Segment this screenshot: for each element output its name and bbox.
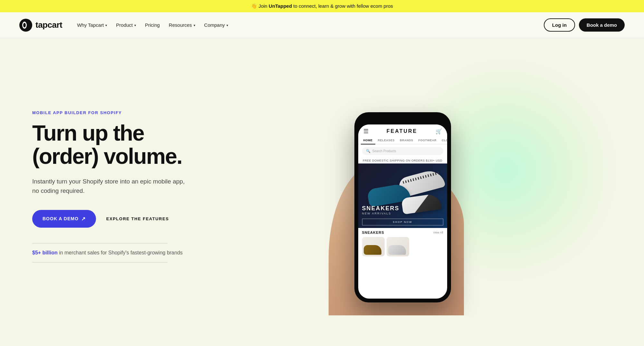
app-nav-footwear[interactable]: FOOTWEAR bbox=[416, 137, 439, 144]
chevron-down-icon: ▾ bbox=[134, 24, 136, 27]
navbar: tapcart Why Tapcart ▾ Product ▾ Pricing bbox=[0, 12, 644, 38]
nav-item-company[interactable]: Company ▾ bbox=[201, 20, 231, 30]
chevron-down-icon: ▾ bbox=[226, 24, 228, 27]
chevron-down-icon: ▾ bbox=[194, 24, 195, 27]
book-demo-hero-button[interactable]: BOOK A DEMO ↗ bbox=[32, 210, 96, 228]
announcement-text-before: Join bbox=[258, 3, 269, 9]
hero-divider-top bbox=[32, 243, 168, 243]
nav-item-product[interactable]: Product ▾ bbox=[113, 20, 139, 30]
announcement-brand: UnTapped bbox=[269, 3, 292, 9]
hero-cta-group: BOOK A DEMO ↗ EXPLORE THE FEATURES bbox=[32, 210, 187, 228]
app-hero-image: SNEAKERS NEW ARRIVALS SHOP NOW bbox=[358, 163, 447, 228]
phone-mockup: ☰ FEATURE 🛒 HOME RELEASES BRANDS FOOTWEA… bbox=[354, 112, 451, 302]
nav-item-why-tapcart[interactable]: Why Tapcart ▾ bbox=[74, 20, 110, 30]
app-brand-name: FEATURE bbox=[387, 128, 417, 134]
hero-stat-bold: $5+ billion bbox=[32, 250, 58, 255]
hero-image-label: SNEAKERS NEW ARRIVALS bbox=[362, 205, 399, 215]
hero-divider-bottom bbox=[32, 262, 168, 262]
app-nav: HOME RELEASES BRANDS FOOTWEAR CLOT bbox=[358, 137, 447, 144]
hero-stat: $5+ billion in merchant sales for Shopif… bbox=[32, 250, 187, 256]
app-product-card-1[interactable] bbox=[362, 237, 385, 256]
login-button[interactable]: Log in bbox=[544, 18, 575, 32]
cart-icon: 🛒 bbox=[436, 128, 442, 134]
navbar-right: Log in Book a demo bbox=[544, 18, 625, 32]
book-demo-nav-button[interactable]: Book a demo bbox=[579, 18, 625, 32]
app-product-card-2[interactable] bbox=[387, 237, 409, 256]
app-header: ☰ FEATURE 🛒 bbox=[358, 124, 447, 137]
app-section-header: SNEAKERS View All bbox=[358, 228, 447, 236]
hero-left: MOBILE APP BUILDER FOR SHOPIFY Turn up t… bbox=[32, 110, 187, 262]
announcement-text-after: to connect, learn & grow with fellow eco… bbox=[292, 3, 393, 9]
logo-link[interactable]: tapcart bbox=[19, 19, 62, 32]
app-section-link[interactable]: View All bbox=[433, 231, 443, 234]
explore-features-button[interactable]: EXPLORE THE FEATURES bbox=[106, 216, 169, 221]
app-search-bar[interactable]: 🔍 Search Products bbox=[362, 147, 443, 155]
hero-subheadline: Instantly turn your Shopify store into a… bbox=[32, 177, 187, 196]
app-section-title: SNEAKERS bbox=[362, 231, 384, 234]
svg-point-2 bbox=[23, 23, 26, 27]
phone-screen: ☰ FEATURE 🛒 HOME RELEASES BRANDS FOOTWEA… bbox=[358, 124, 447, 299]
app-nav-home[interactable]: HOME bbox=[361, 137, 375, 144]
app-products-row bbox=[358, 236, 447, 260]
phone-notch bbox=[387, 116, 419, 124]
app-shop-now-button[interactable]: SHOP NOW bbox=[362, 219, 443, 225]
arrow-icon: ↗ bbox=[81, 216, 86, 222]
nav-item-pricing[interactable]: Pricing bbox=[142, 20, 163, 30]
app-nav-releases[interactable]: RELEASES bbox=[375, 137, 398, 144]
hero-stat-text: in merchant sales for Shopify's fastest-… bbox=[58, 250, 183, 255]
hero-eyebrow: MOBILE APP BUILDER FOR SHOPIFY bbox=[32, 110, 187, 115]
product-shoe-brown bbox=[364, 245, 381, 255]
search-icon: 🔍 bbox=[366, 149, 370, 153]
navbar-left: tapcart Why Tapcart ▾ Product ▾ Pricing bbox=[19, 19, 231, 32]
nav-links: Why Tapcart ▾ Product ▾ Pricing Resource… bbox=[74, 20, 231, 30]
sneaker-label-sub: NEW ARRIVALS bbox=[362, 212, 399, 215]
app-nav-clot[interactable]: CLOT bbox=[439, 137, 447, 144]
announcement-bar: 👋 Join UnTapped to connect, learn & grow… bbox=[0, 0, 644, 12]
hero-section: MOBILE APP BUILDER FOR SHOPIFY Turn up t… bbox=[0, 38, 644, 315]
hero-headline: Turn up the (order) volume. bbox=[32, 122, 187, 168]
sneaker-label-title: SNEAKERS bbox=[362, 205, 399, 212]
logo-text: tapcart bbox=[35, 20, 62, 30]
product-shoe-white bbox=[388, 245, 406, 255]
nav-item-resources[interactable]: Resources ▾ bbox=[166, 20, 198, 30]
hero-right: ☰ FEATURE 🛒 HOME RELEASES BRANDS FOOTWEA… bbox=[187, 57, 618, 315]
app-shipping-bar: FREE DOMESTIC SHIPPING ON ORDERS $130+ U… bbox=[358, 158, 447, 163]
chevron-down-icon: ▾ bbox=[105, 24, 107, 27]
app-nav-brands[interactable]: BRANDS bbox=[397, 137, 416, 144]
hamburger-icon: ☰ bbox=[363, 128, 369, 135]
phone-hand-wrapper: ☰ FEATURE 🛒 HOME RELEASES BRANDS FOOTWEA… bbox=[354, 112, 451, 315]
announcement-emoji: 👋 bbox=[251, 3, 257, 9]
logo-icon bbox=[19, 19, 32, 32]
search-placeholder: Search Products bbox=[372, 149, 396, 153]
